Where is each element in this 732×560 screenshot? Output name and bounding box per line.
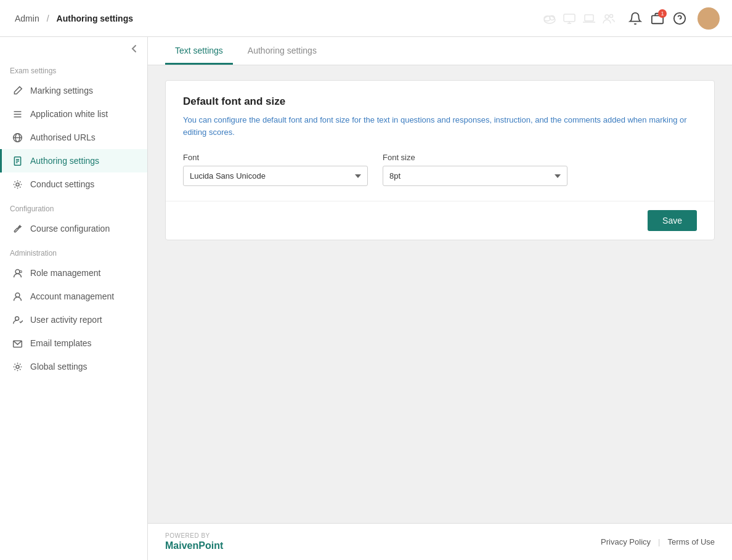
terms-of-use-link[interactable]: Terms of Use bbox=[667, 537, 715, 546]
sidebar-item-global-settings[interactable]: Global settings bbox=[0, 355, 147, 378]
notification-bell-button[interactable] bbox=[628, 12, 642, 25]
sidebar-collapse-button[interactable] bbox=[0, 37, 147, 58]
sidebar-item-account-management[interactable]: Account management bbox=[0, 285, 147, 308]
footer-powered-by: POWERED BY bbox=[165, 532, 223, 539]
svg-point-7 bbox=[610, 14, 613, 17]
badge-count: 1 bbox=[658, 9, 667, 18]
sidebar-item-conduct-settings[interactable]: Conduct settings bbox=[0, 172, 147, 196]
main-layout: Exam settings Marking settings Applicati… bbox=[0, 37, 732, 560]
footer-links: Privacy Policy | Terms of Use bbox=[601, 537, 715, 546]
svg-rect-5 bbox=[585, 15, 593, 21]
footer-brand: POWERED BY MaivenPoint bbox=[165, 532, 223, 551]
document-icon bbox=[12, 155, 23, 166]
people-icon bbox=[600, 10, 617, 27]
avatar[interactable] bbox=[697, 7, 720, 30]
header: Admin / Authoring settings 1 bbox=[0, 0, 732, 37]
decorative-icons bbox=[541, 10, 617, 27]
collapse-icon bbox=[130, 44, 139, 53]
font-size-label: Font size bbox=[383, 153, 567, 162]
tab-text-settings[interactable]: Text settings bbox=[165, 37, 233, 65]
svg-point-27 bbox=[15, 365, 18, 368]
privacy-policy-link[interactable]: Privacy Policy bbox=[601, 537, 651, 546]
header-right: 1 bbox=[541, 7, 720, 30]
sidebar: Exam settings Marking settings Applicati… bbox=[0, 37, 148, 560]
header-action-icons: 1 bbox=[628, 12, 686, 25]
exam-settings-section-label: Exam settings bbox=[0, 58, 147, 79]
svg-point-22 bbox=[15, 269, 20, 274]
sidebar-item-conduct-settings-label: Conduct settings bbox=[30, 179, 94, 189]
font-label: Font bbox=[183, 153, 368, 162]
svg-point-21 bbox=[15, 182, 18, 185]
sidebar-item-application-white-list[interactable]: Application white list bbox=[0, 102, 147, 126]
card-footer: Save bbox=[166, 201, 714, 240]
breadcrumb-current-page: Authoring settings bbox=[57, 14, 133, 23]
role-icon bbox=[12, 267, 23, 278]
breadcrumb-admin-label: Admin bbox=[15, 14, 39, 23]
list-icon bbox=[12, 108, 23, 120]
svg-point-6 bbox=[605, 15, 609, 18]
form-row: Font Lucida Sans Unicode Arial Times New… bbox=[183, 153, 697, 186]
bell-icon bbox=[628, 12, 642, 25]
activity-icon bbox=[12, 314, 23, 325]
laptop-icon bbox=[580, 10, 598, 27]
help-circle-icon bbox=[673, 12, 686, 25]
sidebar-item-user-activity-report[interactable]: User activity report bbox=[0, 308, 147, 331]
sidebar-item-authorised-urls[interactable]: Authorised URLs bbox=[0, 126, 147, 149]
sidebar-item-authoring-settings[interactable]: Authoring settings bbox=[0, 149, 147, 172]
sidebar-item-authorised-urls-label: Authorised URLs bbox=[30, 132, 96, 142]
footer-logo-point: Point bbox=[198, 540, 223, 551]
tab-authoring-settings[interactable]: Authoring settings bbox=[238, 37, 327, 65]
gear-icon bbox=[12, 179, 23, 190]
globe-icon bbox=[12, 132, 23, 143]
default-font-card: Default font and size You can configure … bbox=[165, 80, 715, 240]
svg-point-25 bbox=[15, 316, 18, 320]
sidebar-item-marking-settings[interactable]: Marking settings bbox=[0, 79, 147, 102]
footer: POWERED BY MaivenPoint Privacy Policy | … bbox=[148, 523, 732, 560]
administration-section-label: Administration bbox=[0, 240, 147, 261]
sidebar-item-course-configuration[interactable]: Course configuration bbox=[0, 217, 147, 240]
help-button[interactable] bbox=[673, 12, 686, 25]
svg-point-24 bbox=[15, 293, 20, 297]
font-select[interactable]: Lucida Sans Unicode Arial Times New Roma… bbox=[183, 166, 368, 186]
wrench-icon bbox=[12, 223, 23, 234]
save-button[interactable]: Save bbox=[648, 210, 697, 231]
breadcrumb-admin-section: Admin bbox=[12, 14, 39, 23]
font-size-field-group: Font size 8pt 10pt 12pt 14pt 16pt bbox=[383, 153, 567, 186]
sidebar-item-email-templates[interactable]: Email templates bbox=[0, 331, 147, 355]
cloud-icon bbox=[541, 10, 558, 27]
svg-rect-4 bbox=[564, 14, 575, 22]
person-icon bbox=[12, 291, 23, 302]
card-description: You can configure the default font and f… bbox=[183, 114, 697, 138]
sidebar-item-course-configuration-label: Course configuration bbox=[30, 224, 110, 233]
footer-logo-maiven: Maiven bbox=[165, 540, 198, 551]
sidebar-item-global-settings-label: Global settings bbox=[30, 362, 87, 371]
sidebar-item-account-management-label: Account management bbox=[30, 291, 114, 301]
sidebar-item-email-templates-label: Email templates bbox=[30, 338, 92, 348]
sidebar-item-application-white-list-label: Application white list bbox=[30, 109, 108, 119]
breadcrumb: Admin / Authoring settings bbox=[12, 14, 133, 23]
sidebar-item-role-management-label: Role management bbox=[30, 268, 100, 278]
monitor-icon bbox=[561, 10, 578, 27]
font-field-group: Font Lucida Sans Unicode Arial Times New… bbox=[183, 153, 368, 186]
tabs-bar: Text settings Authoring settings bbox=[148, 37, 732, 65]
footer-logo: MaivenPoint bbox=[165, 540, 223, 551]
sidebar-item-authoring-settings-label: Authoring settings bbox=[30, 156, 99, 166]
sidebar-item-role-management[interactable]: Role management bbox=[0, 261, 147, 285]
content-body: Default font and size You can configure … bbox=[148, 65, 732, 523]
email-icon bbox=[12, 338, 23, 349]
sidebar-item-marking-settings-label: Marking settings bbox=[30, 86, 93, 95]
footer-link-divider: | bbox=[658, 537, 660, 546]
card-title: Default font and size bbox=[183, 95, 697, 108]
font-size-select[interactable]: 8pt 10pt 12pt 14pt 16pt bbox=[383, 166, 567, 186]
pencil-icon bbox=[12, 85, 23, 96]
sidebar-item-user-activity-report-label: User activity report bbox=[30, 315, 102, 325]
content-area: Text settings Authoring settings Default… bbox=[148, 37, 732, 560]
svg-point-23 bbox=[19, 270, 21, 272]
configuration-section-label: Configuration bbox=[0, 196, 147, 217]
card-inner: Default font and size You can configure … bbox=[166, 81, 714, 201]
bag-with-badge-button[interactable]: 1 bbox=[651, 12, 664, 25]
gear-small-icon bbox=[12, 361, 23, 372]
breadcrumb-separator: / bbox=[47, 14, 49, 23]
